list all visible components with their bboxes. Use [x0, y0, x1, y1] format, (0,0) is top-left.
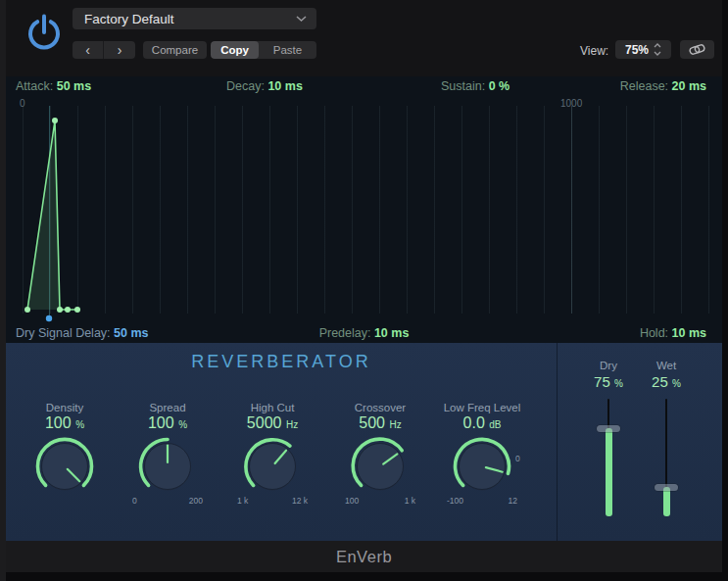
link-button[interactable] — [680, 40, 714, 59]
dry-slider-fill — [606, 428, 612, 516]
crossover-knob-block: Crossover 500 Hz 1001 k — [326, 402, 434, 506]
view-zoom-stepper[interactable]: 75% — [615, 40, 671, 59]
preset-name: Factory Default — [84, 12, 296, 26]
hold-value[interactable]: 10 ms — [672, 326, 706, 340]
copy-button[interactable]: Copy — [211, 41, 259, 59]
preset-prev-button[interactable]: ‹ — [73, 41, 104, 59]
plugin-name: EnVerb — [336, 548, 392, 566]
view-zoom-value: 75% — [625, 43, 649, 57]
low-freq-level-value[interactable]: 0.0 dB — [428, 414, 536, 432]
compare-button[interactable]: Compare — [143, 41, 207, 59]
crossover-value[interactable]: 500 Hz — [326, 414, 434, 432]
section-divider — [557, 343, 558, 541]
power-icon — [24, 14, 64, 55]
spread-knob-block: Spread 100 % 0200 — [114, 402, 221, 506]
dry-slider[interactable]: Dry 75 % — [585, 343, 632, 541]
dry-slider-handle[interactable] — [597, 425, 620, 432]
wet-slider-fill — [663, 487, 670, 516]
paste-button[interactable]: Paste — [259, 41, 316, 59]
density-knob-block: Density 100 % — [11, 402, 119, 496]
low-freq-level-knob-block: Low Freq Level 0.0 dB 0 -10012 — [428, 402, 536, 506]
hold-param: Hold: 10 ms — [640, 326, 706, 340]
envelope-editor[interactable] — [6, 76, 722, 343]
density-knob[interactable] — [33, 435, 96, 498]
predelay-param: Predelay: 10 ms — [319, 326, 410, 340]
reverberator-title: REVERBERATOR — [6, 352, 557, 372]
high-cut-knob-block: High Cut 5000 Hz 1 k12 k — [218, 402, 326, 506]
dry-signal-delay-param: Dry Signal Delay: 50 ms — [16, 326, 149, 340]
predelay-value[interactable]: 10 ms — [374, 326, 409, 340]
plugin-footer: EnVerb — [6, 541, 722, 572]
envelope-display: Attack: 50 ms Decay: 10 ms Sustain: 0 % … — [6, 76, 722, 343]
stepper-arrows-icon — [654, 43, 661, 56]
copy-paste-group: Copy Paste — [211, 41, 316, 59]
high-cut-value[interactable]: 5000 Hz — [218, 414, 326, 432]
preset-nav: ‹ › — [73, 41, 135, 59]
wet-slider[interactable]: Wet 25 % — [643, 343, 690, 541]
dry-signal-delay-value[interactable]: 50 ms — [114, 326, 148, 340]
crossover-knob[interactable] — [349, 435, 412, 498]
wet-slider-value[interactable]: 25 % — [643, 373, 690, 390]
reverberator-section: REVERBERATOR Density 100 % Spread 100 % … — [6, 343, 722, 541]
chevron-down-icon — [296, 16, 307, 22]
spread-knob[interactable] — [136, 435, 199, 498]
low-freq-level-knob[interactable] — [451, 435, 513, 498]
link-icon — [689, 44, 705, 55]
dry-slider-value[interactable]: 75 % — [585, 373, 632, 390]
spread-value[interactable]: 100 % — [114, 414, 221, 432]
plugin-header: Factory Default ‹ › Compare Copy Paste V… — [6, 0, 722, 76]
view-label: View: — [580, 44, 608, 58]
wet-slider-handle[interactable] — [655, 484, 678, 491]
preset-dropdown[interactable]: Factory Default — [73, 8, 316, 29]
power-button[interactable] — [24, 14, 64, 55]
zero-db-mark: 0 — [515, 454, 520, 463]
high-cut-knob[interactable] — [241, 435, 304, 498]
density-value[interactable]: 100 % — [11, 414, 119, 432]
preset-next-button[interactable]: › — [104, 41, 135, 59]
